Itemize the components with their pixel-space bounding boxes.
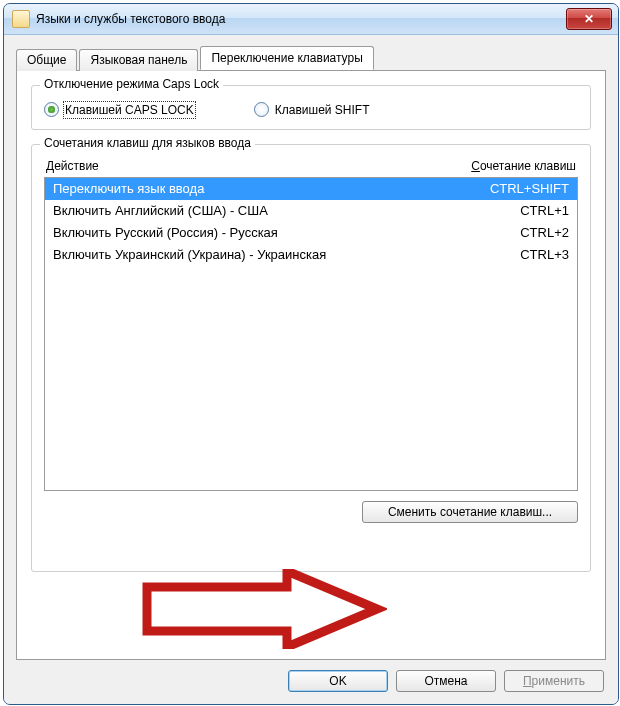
client-area: Общие Языковая панель Переключение клави… <box>4 35 618 704</box>
hotkey-action: Включить Английский (США) - США <box>53 202 459 220</box>
cancel-button[interactable]: Отмена <box>396 670 496 692</box>
button-label: OK <box>329 674 346 688</box>
col-combo: Сочетание клавиш <box>416 159 576 173</box>
list-header: Действие Сочетание клавиш <box>38 159 584 173</box>
title-bar: Языки и службы текстового ввода ✕ <box>4 4 618 35</box>
apply-button: Применить <box>504 670 604 692</box>
tab-strip: Общие Языковая панель Переключение клави… <box>16 47 606 70</box>
hotkey-combo: CTRL+2 <box>459 224 569 242</box>
group-capslock-off: Отключение режима Caps Lock Клавишей CAP… <box>31 85 591 130</box>
button-label: Сменить сочетание клавиш... <box>388 505 552 519</box>
radio-label: Клавишей SHIFT <box>275 103 370 117</box>
hotkey-row[interactable]: Включить Украинский (Украина) - Украинск… <box>45 244 577 266</box>
window-title: Языки и службы текстового ввода <box>36 12 566 26</box>
button-label: Отмена <box>424 674 467 688</box>
change-hotkey-button[interactable]: Сменить сочетание клавиш... <box>362 501 578 523</box>
hotkey-action: Переключить язык ввода <box>53 180 459 198</box>
hotkey-list[interactable]: Переключить язык вводаCTRL+SHIFTВключить… <box>44 177 578 491</box>
group-legend: Сочетания клавиш для языков ввода <box>40 136 255 150</box>
tab-language-bar[interactable]: Языковая панель <box>79 49 198 71</box>
group-hotkeys: Сочетания клавиш для языков ввода Действ… <box>31 144 591 572</box>
hotkey-combo: CTRL+1 <box>459 202 569 220</box>
close-icon: ✕ <box>584 12 594 26</box>
hotkey-row[interactable]: Переключить язык вводаCTRL+SHIFT <box>45 178 577 200</box>
group-legend: Отключение режима Caps Lock <box>40 77 223 91</box>
radio-icon <box>254 102 269 117</box>
close-button[interactable]: ✕ <box>566 8 612 30</box>
radio-group-capslock: Клавишей CAPS LOCK Клавишей SHIFT <box>44 102 578 117</box>
radio-shift-key[interactable]: Клавишей SHIFT <box>254 102 370 117</box>
radio-capslock-key[interactable]: Клавишей CAPS LOCK <box>44 102 194 117</box>
hotkey-row[interactable]: Включить Русский (Россия) - РусскаяCTRL+… <box>45 222 577 244</box>
tab-label: Переключение клавиатуры <box>211 51 362 65</box>
tab-label: Общие <box>27 53 66 67</box>
tab-general[interactable]: Общие <box>16 49 77 71</box>
button-label: Применить <box>523 674 585 688</box>
tab-page-switching: Отключение режима Caps Lock Клавишей CAP… <box>16 70 606 660</box>
col-action: Действие <box>46 159 416 173</box>
dialog-button-row: OK Отмена Применить <box>16 660 606 694</box>
hotkey-row[interactable]: Включить Английский (США) - СШАCTRL+1 <box>45 200 577 222</box>
annotation-arrow-icon <box>137 569 387 649</box>
radio-icon <box>44 102 59 117</box>
radio-label: Клавишей CAPS LOCK <box>65 103 194 117</box>
dialog-window: Языки и службы текстового ввода ✕ Общие … <box>3 3 619 705</box>
hotkey-action: Включить Украинский (Украина) - Украинск… <box>53 246 459 264</box>
tab-label: Языковая панель <box>90 53 187 67</box>
hotkey-combo: CTRL+SHIFT <box>459 180 569 198</box>
tab-keyboard-switching[interactable]: Переключение клавиатуры <box>200 46 373 70</box>
hotkey-combo: CTRL+3 <box>459 246 569 264</box>
app-icon <box>12 10 30 28</box>
hotkey-action: Включить Русский (Россия) - Русская <box>53 224 459 242</box>
ok-button[interactable]: OK <box>288 670 388 692</box>
